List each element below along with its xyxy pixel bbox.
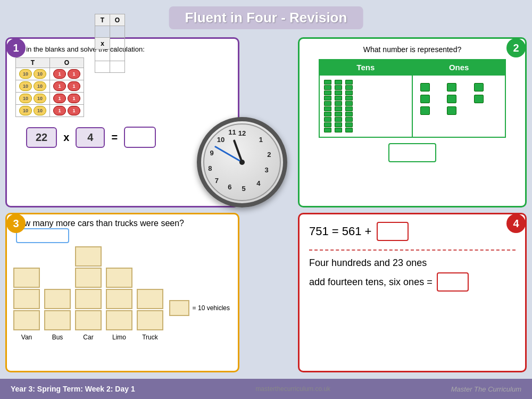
col-t: T bbox=[16, 58, 50, 68]
bar-cell bbox=[75, 310, 102, 330]
q3-question-row: How many more cars than trucks were seen… bbox=[13, 219, 231, 243]
one-cube bbox=[420, 95, 430, 103]
bar-cell bbox=[137, 310, 163, 330]
clock-11: 11 bbox=[228, 128, 236, 136]
tens-visual bbox=[324, 80, 408, 132]
multiplication-grid: TO x bbox=[95, 14, 125, 73]
q4-equation-row: 751 = 561 + bbox=[309, 222, 516, 241]
q3-answer-blank[interactable] bbox=[16, 228, 69, 243]
clock-7: 7 bbox=[215, 176, 219, 184]
one-cube bbox=[447, 95, 456, 103]
q4-answer-blank-2[interactable] bbox=[437, 272, 469, 292]
chip: 1 bbox=[53, 69, 66, 79]
one-cube bbox=[420, 83, 430, 92]
ten-rod bbox=[335, 80, 342, 132]
bar-cell bbox=[137, 289, 163, 309]
bar-cell bbox=[75, 289, 102, 309]
badge-4: 4 bbox=[506, 214, 526, 233]
table-row: 10 10 1 1 bbox=[16, 105, 84, 117]
chip: 1 bbox=[53, 106, 66, 115]
chip: 1 bbox=[68, 81, 80, 91]
ones-header: Ones bbox=[412, 60, 505, 75]
page-title: Fluent in Four - Revision bbox=[185, 10, 347, 26]
clock-4: 4 bbox=[256, 179, 260, 187]
clock-1: 1 bbox=[259, 135, 263, 143]
clock-12: 12 bbox=[238, 129, 246, 137]
clock-face: 12 1 2 3 4 5 6 7 8 9 10 11 bbox=[197, 117, 287, 207]
bar-bus: Bus bbox=[44, 289, 71, 341]
chip: 10 bbox=[19, 94, 32, 103]
q4-box: 751 = 561 + Four hundreds and 23 ones ad… bbox=[298, 213, 527, 372]
bar-label-limo: Limo bbox=[112, 334, 126, 341]
chip: 1 bbox=[68, 106, 80, 115]
bar-truck: Truck bbox=[137, 289, 163, 341]
clock-9: 9 bbox=[210, 148, 213, 156]
bar-cell bbox=[44, 289, 71, 309]
eq-op1: x bbox=[63, 131, 69, 144]
clock-8: 8 bbox=[208, 164, 212, 172]
bar-label-truck: Truck bbox=[142, 334, 158, 341]
divider bbox=[309, 250, 516, 251]
table-row: 10 10 1 1 bbox=[16, 68, 84, 80]
bar-cell bbox=[75, 268, 102, 288]
tens-ones-table: Tens Ones bbox=[319, 59, 506, 138]
title-bar: Fluent in Four - Revision bbox=[169, 6, 363, 29]
footer-left: Year 3: Spring Term: Week 2: Day 1 bbox=[11, 385, 135, 393]
bar-label-bus: Bus bbox=[52, 334, 63, 341]
place-value-table: T O 10 10 1 1 bbox=[15, 57, 84, 117]
bar-chart: Van Bus Car Limo bbox=[13, 246, 231, 341]
eq-answer-blank[interactable] bbox=[124, 127, 156, 148]
one-cube bbox=[447, 83, 456, 92]
chip: 1 bbox=[68, 69, 80, 79]
bar-label-car: Car bbox=[83, 334, 93, 341]
q2-box: What number is represented? Tens Ones bbox=[298, 37, 527, 207]
chip: 1 bbox=[68, 94, 80, 103]
legend: = 10 vehicles bbox=[169, 300, 230, 316]
one-cube bbox=[420, 106, 430, 115]
bar-label-van: Van bbox=[21, 334, 32, 341]
clock: 12 1 2 3 4 5 6 7 8 9 10 11 bbox=[197, 117, 287, 207]
one-cube bbox=[447, 106, 456, 115]
clock-center bbox=[239, 160, 245, 165]
bar-van: Van bbox=[13, 268, 40, 341]
bar-cell bbox=[13, 289, 40, 309]
eq-value-b: 4 bbox=[76, 127, 105, 148]
clock-6: 6 bbox=[228, 183, 231, 191]
table-row bbox=[319, 75, 506, 137]
clock-3: 3 bbox=[265, 165, 269, 173]
bar-cell bbox=[75, 246, 102, 267]
q4-answer-blank-1[interactable] bbox=[377, 222, 409, 241]
q4-text-line2: add fourteen tens, six ones = bbox=[309, 275, 433, 289]
footer-right: Master The Curriculum bbox=[451, 385, 521, 393]
bar-cell bbox=[106, 310, 132, 330]
q2-answer-blank[interactable] bbox=[388, 143, 436, 162]
footer: Year 3: Spring Term: Week 2: Day 1 maste… bbox=[0, 379, 532, 399]
ones-visual bbox=[417, 80, 501, 118]
bar-car: Car bbox=[75, 246, 102, 341]
one-cube bbox=[474, 95, 484, 103]
bar-cell bbox=[44, 310, 71, 330]
chip: 10 bbox=[34, 69, 46, 79]
q3-question-text: How many more cars than trucks were seen… bbox=[13, 219, 184, 228]
q4-text-line1: Four hundreds and 23 ones bbox=[309, 256, 516, 270]
chip: 1 bbox=[53, 94, 66, 103]
footer-center: masterthecurriculum.co.uk bbox=[255, 385, 330, 393]
legend-text: = 10 vehicles bbox=[193, 304, 230, 312]
q4-equation-text: 751 = 561 + bbox=[309, 225, 371, 238]
chip: 10 bbox=[19, 81, 32, 91]
bar-cell bbox=[13, 268, 40, 288]
clock-10: 10 bbox=[217, 135, 225, 143]
table-row: 10 10 1 1 bbox=[16, 80, 84, 93]
ten-rod bbox=[345, 80, 353, 132]
chip: 10 bbox=[34, 94, 46, 103]
ten-rod bbox=[324, 80, 331, 132]
badge-3: 3 bbox=[6, 214, 26, 233]
badge-2: 2 bbox=[506, 38, 526, 57]
tens-header: Tens bbox=[319, 60, 412, 75]
eq-op2: = bbox=[111, 131, 118, 144]
q2-question: What number is represented? bbox=[308, 45, 517, 54]
bar-cell bbox=[106, 289, 132, 309]
badge-1: 1 bbox=[6, 38, 26, 57]
eq-value-a: 22 bbox=[26, 127, 57, 148]
one-cube bbox=[474, 83, 484, 92]
